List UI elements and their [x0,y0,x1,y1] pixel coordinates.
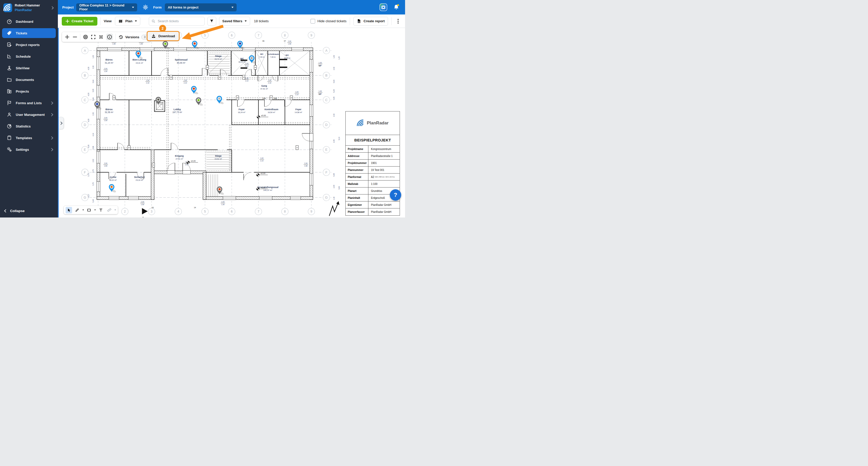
sidebar-item-tickets[interactable]: Tickets [2,28,56,38]
plan-info-button[interactable] [106,34,113,40]
sidebar-item-settings[interactable]: Settings [2,145,56,154]
templates-icon [6,135,12,141]
svg-text:1,00: 1,00 [318,62,322,64]
shape-options-caret[interactable] [94,209,96,210]
text-icon [99,208,103,212]
sidebar-item-siteview[interactable]: SiteView [2,63,56,73]
chevron-right-icon [50,101,53,105]
svg-text:A: A [142,216,144,217]
sidebar-item-schedule[interactable]: Schedule [2,52,56,61]
focus-button[interactable] [83,34,88,39]
panel-expander[interactable] [59,117,64,129]
create-ticket-button[interactable]: Create Ticket [62,17,97,26]
svg-text:2,00: 2,00 [104,163,107,164]
svg-text:07: 07 [284,40,286,42]
svg-text:4,00: 4,00 [88,119,89,122]
svg-text:4,14: 4,14 [92,133,94,136]
sidebar-item-dashboard[interactable]: Dashboard [2,17,56,26]
download-button[interactable]: Download [147,31,180,41]
svg-text:4: 4 [178,210,179,213]
saved-filters-button[interactable]: Saved filters [219,17,250,26]
ticket-count: 18 tickets [254,19,269,23]
zoom-in-button[interactable] [65,34,70,39]
plan-toolbar: Versions 3 [62,32,151,42]
tickets-toolbar: Create Ticket View Plan [58,14,405,28]
svg-text:7: 7 [257,34,259,37]
hide-closed-checkbox[interactable] [311,19,315,24]
hide-closed-toggle[interactable]: Hide closed tickets [311,19,347,24]
project-settings-button[interactable] [143,5,148,10]
svg-text:PDF: PDF [358,22,361,23]
title-block-row: Projektnummer1901 [346,159,400,167]
svg-text:1,50: 1,50 [104,70,107,72]
download-label: Download [158,34,175,38]
app-switcher-button[interactable] [379,3,387,11]
svg-text:1,00: 1,00 [184,79,187,81]
filter-button[interactable] [208,17,216,26]
svg-text:2,10: 2,10 [146,82,149,84]
help-button[interactable]: ? [390,189,401,201]
more-options-button[interactable] [395,17,401,25]
svg-text:2,00: 2,00 [141,201,144,203]
pen-options-caret[interactable] [83,209,84,210]
svg-text:8: 8 [170,77,172,78]
project-selector[interactable]: Office Complex 11 > Ground Floor [76,3,137,11]
svg-text:1: 1 [296,147,298,148]
svg-text:0,84: 0,84 [333,80,335,83]
svg-text:2,10: 2,10 [295,94,299,95]
svg-text:E: E [325,148,327,151]
svg-text:1,50: 1,50 [288,43,291,45]
cursor-icon [67,208,71,212]
form-selector[interactable]: All forms in project [165,3,237,11]
sidebar-item-forms-and-lists[interactable]: Forms and Lists [2,98,56,108]
svg-text:8: 8 [270,97,272,98]
collapse-button[interactable]: Collapse [0,206,58,215]
select-tool-button[interactable] [66,207,72,213]
sidebar-item-label: Templates [16,136,32,140]
versions-button[interactable]: Versions 3 [118,35,148,39]
svg-text:8: 8 [207,67,208,68]
chevron-right-icon [50,113,53,116]
sidebar-item-project-reports[interactable]: Project reports [2,40,56,50]
svg-text:1,00: 1,00 [268,79,271,81]
title-block-logo: PlanRadar [346,112,400,135]
svg-text:7: 7 [257,210,259,213]
sidebar-item-user-management[interactable]: User Management [2,110,56,119]
create-report-button[interactable]: PDF Create report [353,17,388,26]
zoom-out-button[interactable] [72,34,78,39]
projects-icon [6,88,12,94]
pen-tool-button[interactable] [74,207,80,213]
measure-tool-button[interactable] [106,207,113,213]
svg-text:A: A [325,49,328,53]
svg-text:2,00: 2,00 [104,117,107,119]
search-icon [152,19,155,23]
svg-text:2,02: 2,02 [333,114,335,117]
search-input[interactable] [157,19,202,23]
sidebar-item-templates[interactable]: Templates [2,133,56,143]
svg-text:2,10: 2,10 [268,82,271,84]
shape-tool-button[interactable] [86,207,92,213]
svg-text:2: 2 [124,210,126,213]
plan-canvas[interactable]: A 345678923456789AABBCCDDEEFFGG 4,004,00… [58,28,405,217]
measure-options-caret[interactable] [115,209,116,210]
tickets-icon [6,30,12,36]
svg-text:1,50: 1,50 [221,204,225,205]
sidebar-item-projects[interactable]: Projects [2,86,56,96]
svg-text:8: 8 [219,77,221,78]
svg-text:0,84: 0,84 [92,80,94,83]
sidebar-item-statistics[interactable]: Statistics [2,121,56,131]
account-switcher[interactable]: Robert Hammer PlanRadar [0,0,58,15]
sidebar-item-documents[interactable]: Documents [2,75,56,85]
svg-text:15,54 m²: 15,54 m² [284,57,290,59]
fit-view-button[interactable] [98,34,103,39]
fullscreen-button[interactable] [91,34,96,39]
svg-text:Sicherheit: Sicherheit [134,176,145,178]
text-tool-button[interactable] [98,207,104,213]
svg-text:3,70: 3,70 [92,182,94,186]
view-mode-selector[interactable]: Plan [115,17,140,26]
plus-icon [66,20,69,23]
svg-text:1,50: 1,50 [141,204,144,205]
collapse-label: Collapse [10,209,25,213]
svg-text:2,10: 2,10 [245,65,249,67]
notifications-button[interactable] [393,4,400,10]
